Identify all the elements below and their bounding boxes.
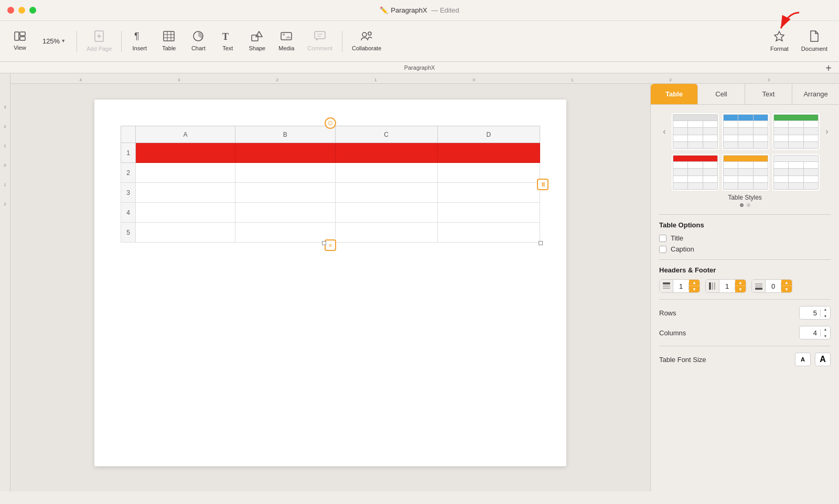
caption-checkbox[interactable] [659,246,666,253]
cell-2d[interactable] [437,163,540,183]
cell-1d[interactable] [437,143,540,163]
add-page-button[interactable]: Add Page [81,26,117,57]
table-toolbar-button[interactable]: Table [155,26,182,57]
resize-handle-bottom-mid[interactable] [322,241,326,245]
font-size-decrease[interactable]: A [795,353,811,366]
cell-3c[interactable] [335,183,437,203]
svg-marker-18 [285,36,292,38]
view-button[interactable]: View [6,26,34,57]
svg-rect-0 [15,32,19,40]
header-cols-up[interactable]: ▲ [735,279,746,286]
row-num-5: 5 [121,223,136,243]
minimize-button[interactable] [18,7,25,14]
cell-5c[interactable] [335,223,437,243]
style-dot-1[interactable] [740,203,744,207]
title-checkbox-row: Title [659,234,831,242]
text-icon: T [222,31,233,43]
cell-3b[interactable] [235,183,335,203]
tab-cell[interactable]: Cell [698,84,745,104]
style-item-4[interactable] [672,154,719,191]
style-item-5[interactable] [722,154,769,191]
svg-point-23 [362,32,367,37]
table-row: 1 [121,143,540,163]
maximize-button[interactable] [29,7,36,14]
document-button[interactable]: Document [796,26,833,57]
table-row: 3 [121,183,540,203]
cell-5d[interactable] [437,223,540,243]
footer-rows-up[interactable]: ▲ [781,279,792,286]
font-size-increase[interactable]: A [815,353,831,366]
table-handle-top[interactable] [325,117,336,129]
add-button[interactable]: + [822,62,835,74]
comment-label: Comment [307,45,332,51]
table-handle-right[interactable]: ⏸ [537,179,548,190]
document-icon [810,30,819,43]
cell-2b[interactable] [235,163,335,183]
cell-3a[interactable] [136,183,235,203]
col-header-d: D [437,126,540,143]
divider-4 [659,346,831,346]
title-icon: ✏️ [380,6,388,14]
rows-down[interactable]: ▼ [821,313,830,320]
cell-4d[interactable] [437,203,540,223]
tab-table[interactable]: Table [651,84,698,104]
styles-next[interactable]: › [822,127,832,136]
style-item-2[interactable] [722,113,769,150]
app-title: ParagraphX [391,6,427,14]
svg-rect-29 [709,282,711,290]
filename-text: ParagraphX [404,64,435,71]
style-item-6[interactable] [772,154,820,191]
text-button[interactable]: T Text [214,26,241,57]
table-options-title: Table Options [659,221,831,229]
horizontal-ruler: 43210123 [10,73,839,84]
cell-4a[interactable] [136,203,235,223]
divider-2 [659,259,831,260]
svg-rect-1 [20,32,25,36]
cell-1b[interactable] [235,143,335,163]
cell-1a[interactable] [136,143,235,163]
headers-footer-title: Headers & Footer [659,266,831,274]
shape-button[interactable]: Shape [243,26,271,57]
media-button[interactable]: Media [273,26,300,57]
style-item-1[interactable] [672,113,719,150]
cell-3d[interactable] [437,183,540,203]
close-button[interactable] [7,7,14,14]
format-button[interactable]: Format [765,26,794,57]
style-dot-2[interactable] [747,203,750,207]
header-cols-down[interactable]: ▼ [735,286,746,293]
cell-4b[interactable] [235,203,335,223]
resize-handle-bottom-right[interactable] [539,241,543,245]
comment-button[interactable]: Comment [302,26,338,57]
header-rows-up[interactable]: ▲ [689,279,700,286]
cell-1c[interactable] [335,143,437,163]
svg-rect-30 [712,282,713,290]
chart-button[interactable]: Chart [185,26,212,57]
tab-text[interactable]: Text [745,84,792,104]
columns-down[interactable]: ▼ [821,333,830,339]
rows-up[interactable]: ▲ [821,306,830,313]
window-controls [7,7,36,14]
title-checkbox[interactable] [659,235,666,242]
cell-2c[interactable] [335,163,437,183]
table-handle-bottom[interactable]: ≡ [325,239,336,251]
cell-5b[interactable] [235,223,335,243]
svg-rect-27 [663,286,670,287]
columns-up[interactable]: ▲ [821,326,830,333]
cell-2a[interactable] [136,163,235,183]
zoom-button[interactable]: 125% ▼ [36,26,72,57]
styles-prev[interactable]: ‹ [659,127,670,136]
col-header-a: A [136,126,235,143]
tab-arrange[interactable]: Arrange [792,84,839,104]
cell-4c[interactable] [335,203,437,223]
style-item-3[interactable] [772,113,820,150]
header-rows-value: 1 [673,282,689,290]
header-cols-icon [706,279,719,293]
collaborate-button[interactable]: Collaborate [347,26,386,57]
rows-input: 5 ▲ ▼ [799,306,831,320]
header-rows-down[interactable]: ▼ [689,286,700,293]
footer-rows-down[interactable]: ▼ [781,286,792,293]
insert-button[interactable]: ¶ Insert [126,26,153,57]
cell-5a[interactable] [136,223,235,243]
header-rows-stepper: 1 ▲ ▼ [659,279,700,293]
media-icon [281,31,292,43]
